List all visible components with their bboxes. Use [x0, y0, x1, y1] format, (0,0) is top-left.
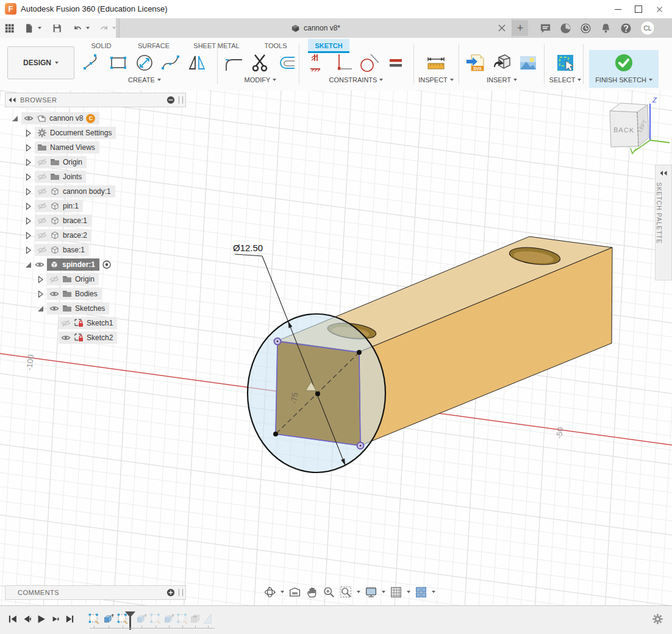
history-clock-icon[interactable]: [580, 23, 592, 34]
timeline-feature-hole-suppressed[interactable]: [189, 613, 201, 625]
add-comment-icon[interactable]: [166, 588, 175, 597]
browser-item-document-settings[interactable]: Document Settings: [5, 126, 186, 140]
notifications-bell-icon[interactable]: [600, 23, 612, 34]
step-back-button[interactable]: [22, 614, 32, 624]
grid-caret-icon[interactable]: [407, 591, 410, 593]
browser-item-joints[interactable]: Joints: [5, 169, 186, 184]
finish-sketch-button[interactable]: FINISH SKETCH: [588, 76, 660, 84]
eye-off-icon[interactable]: [37, 216, 47, 226]
tab-tools[interactable]: TOOLS: [256, 39, 295, 52]
collapsed-arrow-icon[interactable]: [24, 188, 32, 196]
new-tab-button[interactable]: +: [512, 20, 528, 36]
timeline-feature-sketch-suppressed[interactable]: [149, 613, 162, 625]
redo-icon[interactable]: [99, 23, 109, 34]
tab-sheet-metal[interactable]: SHEET METAL: [184, 39, 249, 52]
go-to-end-button[interactable]: [65, 614, 75, 624]
orbit-icon[interactable]: [263, 586, 276, 599]
tab-surface[interactable]: SURFACE: [129, 39, 178, 52]
browser-item-bodies[interactable]: Bodies: [5, 287, 186, 301]
orbit-caret-icon[interactable]: [281, 591, 284, 593]
create-dropdown[interactable]: CREATE: [78, 76, 211, 84]
modeling-canvas[interactable]: Ø12.50 -100 -50 -75: [0, 90, 672, 605]
browser-item-spinder[interactable]: spinder:1: [5, 257, 186, 272]
step-forward-button[interactable]: [51, 614, 61, 624]
sketch-palette-collapsed[interactable]: SKETCH PALETTE: [655, 165, 672, 280]
browser-item-sketch2[interactable]: Sketch2: [5, 330, 186, 345]
file-caret-icon[interactable]: [38, 27, 41, 29]
viewports-caret-icon[interactable]: [432, 591, 435, 593]
insert-dropdown[interactable]: INSERT: [462, 76, 542, 84]
inspect-dropdown[interactable]: INSPECT: [416, 76, 456, 84]
grid-snap-icon[interactable]: [390, 586, 402, 599]
hide-panel-icon[interactable]: [166, 96, 175, 104]
browser-item-brace2[interactable]: brace:2: [5, 228, 186, 243]
measure-tool-icon[interactable]: [426, 52, 446, 73]
timeline-feature-sketch-suppressed[interactable]: [176, 613, 188, 625]
play-button[interactable]: [36, 614, 46, 624]
trim-tool-icon[interactable]: [250, 52, 271, 73]
tab-solid[interactable]: SOLID: [85, 39, 117, 52]
timeline-feature-extrude-suppressed[interactable]: [163, 613, 175, 625]
browser-item-sketch1[interactable]: Sketch1: [5, 316, 186, 330]
line-tool-icon[interactable]: [82, 52, 102, 73]
finish-sketch-icon[interactable]: [613, 52, 634, 73]
expanded-arrow-icon[interactable]: [24, 261, 32, 269]
display-settings-icon[interactable]: [365, 586, 377, 599]
browser-item-sketches[interactable]: Sketches: [5, 301, 186, 316]
fit-caret-icon[interactable]: [357, 591, 360, 593]
select-tool-icon[interactable]: [555, 52, 576, 73]
timeline-track[interactable]: [90, 628, 215, 629]
dimension-label[interactable]: Ø12.50: [233, 243, 263, 253]
eye-icon[interactable]: [49, 289, 59, 299]
timeline-feature-sketch[interactable]: [88, 613, 100, 625]
app-grid-icon[interactable]: [5, 23, 14, 34]
select-dropdown[interactable]: SELECT: [546, 76, 584, 84]
collapsed-arrow-icon[interactable]: [37, 276, 45, 283]
spline-tool-icon[interactable]: [160, 52, 181, 73]
circle-tool-icon[interactable]: [134, 52, 155, 73]
timeline-feature-mirror-suppressed[interactable]: [202, 613, 214, 625]
user-avatar[interactable]: CL: [640, 21, 655, 35]
eye-off-icon[interactable]: [37, 157, 47, 167]
eye-icon[interactable]: [24, 113, 34, 123]
workspace-selector[interactable]: DESIGN: [7, 46, 74, 79]
collapse-panel-icon[interactable]: [8, 97, 16, 103]
eye-off-icon[interactable]: [37, 245, 47, 255]
undo-icon[interactable]: [73, 23, 82, 34]
activate-component-icon[interactable]: [102, 260, 112, 269]
fit-icon[interactable]: [340, 586, 352, 599]
eye-icon[interactable]: [61, 333, 71, 343]
tab-sketch[interactable]: SKETCH: [308, 39, 349, 52]
undo-caret-icon[interactable]: [86, 27, 90, 29]
eye-icon[interactable]: [35, 260, 45, 269]
help-icon[interactable]: [620, 23, 632, 34]
modify-dropdown[interactable]: MODIFY: [223, 76, 298, 84]
eye-off-icon[interactable]: [37, 187, 47, 196]
document-tab[interactable]: cannon v8*: [119, 18, 512, 38]
browser-item-brace1[interactable]: brace:1: [5, 213, 186, 228]
maximize-button[interactable]: [628, 0, 649, 18]
collapsed-arrow-icon[interactable]: [37, 290, 45, 298]
expand-palette-icon[interactable]: [659, 170, 668, 176]
panel-grip[interactable]: [179, 96, 183, 104]
vertical-horizontal-constraint-icon[interactable]: [333, 52, 354, 73]
timeline-playhead[interactable]: [125, 611, 135, 630]
collapsed-arrow-icon[interactable]: [24, 202, 32, 210]
go-to-start-button[interactable]: [7, 614, 18, 624]
tab-close-icon[interactable]: [497, 23, 507, 33]
browser-header[interactable]: BROWSER: [5, 93, 186, 107]
timeline-settings-gear-icon[interactable]: [652, 613, 663, 625]
collapsed-arrow-icon[interactable]: [24, 158, 32, 166]
eye-off-icon[interactable]: [37, 172, 47, 182]
tangent-constraint-icon[interactable]: [359, 52, 380, 73]
constraints-dropdown[interactable]: CONSTRAINTS: [302, 76, 410, 84]
insert-mesh-icon[interactable]: [491, 52, 512, 73]
browser-item-origin[interactable]: Origin: [5, 155, 186, 169]
viewports-icon[interactable]: [415, 586, 427, 599]
display-caret-icon[interactable]: [382, 591, 385, 593]
rectangle-tool-icon[interactable]: [108, 52, 129, 73]
eye-icon[interactable]: [49, 304, 59, 313]
canvas-image-icon[interactable]: [518, 52, 538, 73]
mirror-tool-icon[interactable]: [187, 52, 207, 73]
file-menu-icon[interactable]: [24, 23, 34, 34]
